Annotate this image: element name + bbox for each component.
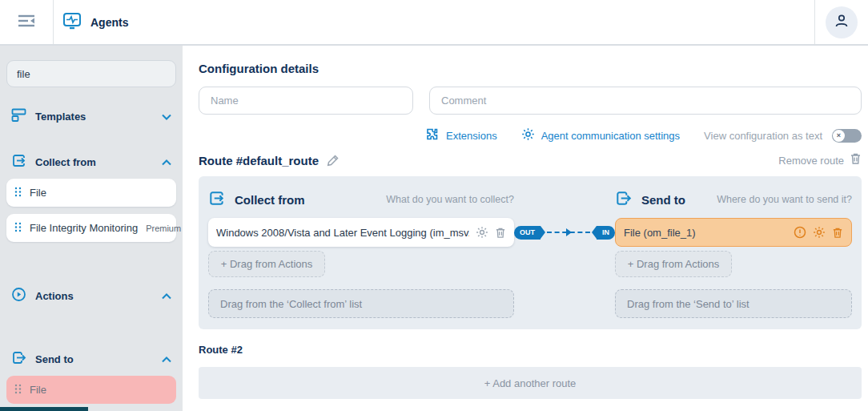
bottom-dark-strip — [0, 407, 88, 411]
user-menu — [814, 0, 868, 44]
page-title: Agents — [90, 16, 128, 29]
warning-icon[interactable] — [794, 226, 806, 239]
send-to-heading: Send to — [641, 193, 685, 207]
agent-communication-settings-link[interactable]: Agent communication settings — [521, 127, 680, 144]
trash-icon[interactable] — [832, 227, 843, 239]
collect-from-icon — [11, 153, 26, 171]
name-field[interactable] — [199, 87, 413, 115]
brand: Agents — [54, 10, 814, 34]
remove-route-label: Remove route — [778, 155, 844, 167]
person-icon — [834, 13, 850, 32]
extensions-link[interactable]: Extensions — [426, 127, 497, 144]
sidebar-section-label: Send to — [35, 353, 74, 365]
agent-communication-settings-label: Agent communication settings — [541, 130, 680, 142]
sidebar-item-file-collect[interactable]: File — [6, 179, 176, 207]
connector-dashed-line — [547, 232, 590, 233]
send-module-label: File (om_file_1) — [624, 227, 787, 239]
send-to-hint: Where do you want to send it? — [717, 194, 852, 205]
collect-module-card[interactable]: Windows 2008/Vista and Later Event Loggi… — [208, 218, 514, 247]
user-avatar-button[interactable] — [826, 6, 858, 38]
route2-title: Route #2 — [199, 344, 862, 356]
sidebar-section-label: Collect from — [35, 156, 96, 168]
route-title: Route #default_route — [199, 154, 319, 167]
chevron-up-icon — [162, 159, 171, 166]
edit-route-name-pencil-icon[interactable] — [327, 154, 340, 167]
sidebar-item-label: File Integrity Monitoring — [30, 222, 138, 234]
connector-arrowhead-icon — [566, 228, 572, 236]
comment-field[interactable] — [429, 87, 862, 115]
route-connector: OUT IN — [514, 218, 615, 247]
in-port-badge: IN — [597, 226, 615, 240]
drag-handle-icon — [14, 221, 22, 236]
main-content: Configuration details Extensions — [183, 46, 868, 411]
drag-from-actions-dropzone-left[interactable]: + Drag from Actions — [208, 251, 325, 277]
view-as-text-label: View configuration as text — [704, 130, 822, 142]
module-search-input[interactable] — [6, 60, 176, 87]
sidebar-section-collect-from[interactable]: Collect from — [6, 146, 176, 179]
sidebar-item-label: File — [30, 384, 46, 396]
sidebar-section-actions[interactable]: Actions — [6, 280, 176, 312]
drag-handle-icon — [14, 383, 22, 397]
premium-badge: Premium — [146, 224, 181, 233]
send-to-icon — [615, 190, 632, 210]
drag-handle-icon — [14, 186, 22, 200]
topbar: Agents — [0, 0, 868, 46]
chevron-down-icon — [162, 114, 171, 120]
add-another-route-button[interactable]: + Add another route — [199, 367, 862, 399]
view-configuration-as-text: View configuration as text × — [704, 129, 862, 143]
hamburger-collapse-icon — [18, 14, 35, 31]
chevron-up-icon — [162, 293, 171, 300]
out-port-badge: OUT — [514, 226, 540, 240]
route-connector-column: OUT IN — [514, 186, 615, 318]
toggle-knob: × — [833, 130, 845, 142]
collect-module-label: Windows 2008/Vista and Later Event Loggi… — [216, 227, 469, 239]
agents-monitor-icon — [62, 10, 82, 34]
send-to-dropzone[interactable]: Drag from the ‘Send to’ list — [615, 289, 852, 318]
sidebar-section-send-to[interactable]: Send to — [6, 343, 176, 376]
sidebar-section-templates[interactable]: Templates — [6, 100, 176, 133]
view-as-text-toggle[interactable]: × — [832, 129, 862, 143]
sidebar-item-file-send[interactable]: File — [6, 376, 176, 404]
sidebar-section-label: Templates — [35, 111, 86, 123]
config-details-heading: Configuration details — [199, 62, 862, 75]
sidebar-section-label: Actions — [35, 290, 74, 302]
sidebar-item-label: File — [30, 187, 46, 199]
send-module-card[interactable]: File (om_file_1) — [615, 218, 852, 247]
collect-from-dropzone[interactable]: Drag from the ‘Collect from’ list — [208, 289, 514, 318]
send-to-icon — [11, 350, 26, 369]
collect-from-hint: What do you want to collect? — [386, 194, 514, 205]
collapse-menu-button[interactable] — [0, 0, 54, 44]
collect-from-icon — [208, 190, 225, 210]
gear-icon — [521, 127, 535, 144]
drag-from-actions-dropzone-right[interactable]: + Drag from Actions — [615, 251, 732, 277]
sidebar-item-file-integrity-monitoring[interactable]: File Integrity Monitoring Premium — [6, 214, 176, 242]
trash-icon[interactable] — [495, 227, 506, 239]
route-card-default: Collect from What do you want to collect… — [199, 176, 862, 329]
templates-icon — [11, 107, 26, 126]
trash-icon — [850, 152, 862, 168]
collect-from-heading: Collect from — [235, 193, 305, 207]
actions-play-icon — [11, 287, 26, 305]
gear-icon[interactable] — [476, 226, 488, 239]
remove-route-button[interactable]: Remove route — [778, 152, 862, 168]
chevron-up-icon — [162, 357, 171, 363]
gear-icon[interactable] — [813, 226, 826, 239]
extensions-link-label: Extensions — [446, 130, 497, 142]
puzzle-icon — [426, 127, 440, 144]
modules-sidebar: Templates Collect from — [0, 46, 183, 411]
